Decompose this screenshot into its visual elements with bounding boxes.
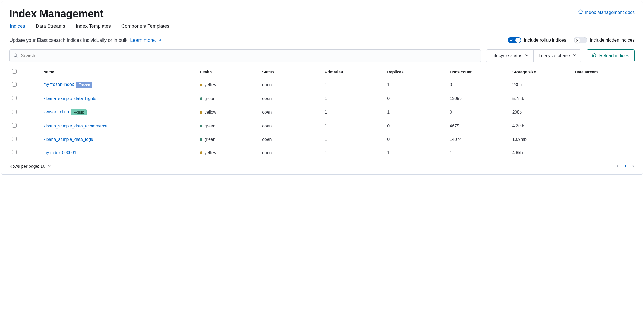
row-checkbox[interactable] (12, 96, 17, 100)
docs-link-label: Index Management docs (585, 10, 635, 15)
reload-indices-button[interactable]: Reload indices (587, 49, 635, 62)
table-row: kibana_sample_data_ecommercegreenopen104… (9, 119, 635, 133)
chevron-down-icon (47, 164, 51, 169)
chevron-down-icon (572, 53, 576, 58)
tab-component-templates[interactable]: Component Templates (121, 23, 170, 33)
table-row: kibana_sample_data_logsgreenopen10140741… (9, 133, 635, 146)
health-dot-icon (200, 138, 202, 141)
subheader: Update your Elasticsearch indices indivi… (9, 37, 635, 43)
tab-index-templates[interactable]: Index Templates (75, 23, 111, 33)
cell-storage-size: 230b (510, 78, 572, 92)
health-dot-icon (200, 84, 202, 86)
filter-lifecycle-phase-label: Lifecycle phase (539, 53, 570, 58)
toggle-rollup-indices[interactable]: Include rollup indices (508, 37, 566, 43)
table-row: my-index-000001yellowopen1114.6kb (9, 146, 635, 159)
index-link[interactable]: sensor_rollup (43, 110, 69, 114)
filter-lifecycle-status[interactable]: Lifecycle status (486, 50, 534, 62)
table-footer: Rows per page: 10 1 (9, 159, 635, 169)
refresh-icon (592, 53, 596, 59)
health-value: green (205, 124, 215, 128)
cell-storage-size: 4.2mb (510, 119, 572, 133)
table-row: sensor_rollupRollupyellowopen110208b (9, 105, 635, 119)
row-checkbox[interactable] (12, 82, 17, 87)
col-header-health[interactable]: Health (197, 66, 260, 78)
col-header-data-stream[interactable]: Data stream (572, 66, 635, 78)
filter-lifecycle-status-label: Lifecycle status (491, 53, 522, 58)
cell-data-stream (572, 105, 635, 119)
pager-next[interactable] (631, 164, 635, 169)
col-header-docs-count[interactable]: Docs count (447, 66, 509, 78)
index-link[interactable]: kibana_sample_data_ecommerce (43, 124, 107, 128)
pagination: 1 (616, 164, 635, 169)
cell-docs-count: 1 (447, 146, 509, 159)
health-value: yellow (205, 150, 216, 155)
col-header-name[interactable]: Name (41, 66, 197, 78)
row-checkbox[interactable] (12, 123, 17, 128)
cell-storage-size: 10.9mb (510, 133, 572, 146)
cell-primaries: 1 (322, 146, 384, 159)
docs-link[interactable]: Index Management docs (578, 9, 635, 15)
health-value: yellow (205, 110, 216, 114)
cell-replicas: 0 (384, 92, 447, 105)
frozen-badge: Frozen (76, 82, 93, 88)
rollup-badge: Rollup (71, 109, 87, 115)
chevron-down-icon (525, 53, 529, 58)
col-header-storage-size[interactable]: Storage size (510, 66, 572, 78)
tab-data-streams[interactable]: Data Streams (35, 23, 66, 33)
rows-per-page-label: Rows per page: 10 (9, 164, 45, 169)
health-dot-icon (200, 125, 202, 127)
cell-storage-size: 5.7mb (510, 92, 572, 105)
pager-prev[interactable] (616, 164, 619, 169)
index-link[interactable]: kibana_sample_data_flights (43, 96, 96, 101)
toggle-hidden-label: Include hidden indices (590, 38, 635, 43)
toggle-rollup-label: Include rollup indices (524, 38, 566, 43)
index-link[interactable]: my-frozen-index (43, 82, 74, 87)
index-link[interactable]: my-index-000001 (43, 150, 76, 155)
tabs: Indices Data Streams Index Templates Com… (9, 23, 635, 33)
toggle-hidden-indices[interactable]: Include hidden indices (574, 37, 635, 43)
search-input[interactable] (21, 53, 477, 58)
col-header-replicas[interactable]: Replicas (384, 66, 447, 78)
cell-data-stream (572, 92, 635, 105)
learn-more-link[interactable]: Learn more. (130, 38, 161, 43)
col-header-status[interactable]: Status (260, 66, 322, 78)
switch-off-icon (574, 37, 587, 43)
learn-more-label: Learn more. (130, 38, 156, 43)
cell-status: open (260, 119, 322, 133)
row-checkbox[interactable] (12, 137, 17, 141)
col-header-primaries[interactable]: Primaries (322, 66, 384, 78)
subheader-text: Update your Elasticsearch indices indivi… (9, 38, 161, 43)
health-dot-icon (200, 151, 202, 154)
index-link[interactable]: kibana_sample_data_logs (43, 137, 93, 142)
cell-storage-size: 4.6kb (510, 146, 572, 159)
cell-status: open (260, 146, 322, 159)
select-all-checkbox[interactable] (12, 69, 17, 74)
cell-data-stream (572, 119, 635, 133)
search-icon (13, 53, 21, 59)
cell-replicas: 0 (384, 119, 447, 133)
cell-data-stream (572, 146, 635, 159)
pager-page-1[interactable]: 1 (623, 164, 627, 169)
svg-point-1 (14, 54, 17, 57)
switch-on-icon (508, 37, 521, 43)
external-link-icon (158, 38, 161, 41)
cell-docs-count: 14074 (447, 133, 509, 146)
tab-indices[interactable]: Indices (9, 23, 26, 33)
cell-status: open (260, 105, 322, 119)
row-checkbox[interactable] (12, 110, 17, 114)
cell-docs-count: 4675 (447, 119, 509, 133)
cell-replicas: 1 (384, 78, 447, 92)
filter-lifecycle-phase[interactable]: Lifecycle phase (534, 50, 581, 62)
rows-per-page-selector[interactable]: Rows per page: 10 (9, 164, 51, 169)
indices-table: Name Health Status Primaries Replicas Do… (9, 66, 635, 159)
cell-replicas: 0 (384, 133, 447, 146)
search-box[interactable] (9, 49, 481, 62)
cell-data-stream (572, 133, 635, 146)
health-value: green (205, 137, 215, 142)
table-row: kibana_sample_data_flightsgreenopen10130… (9, 92, 635, 105)
cell-replicas: 1 (384, 146, 447, 159)
header-row: Index Management Index Management docs (9, 8, 635, 20)
health-value: yellow (205, 82, 216, 87)
row-checkbox[interactable] (12, 150, 17, 154)
controls-row: Lifecycle status Lifecycle phase Reload … (9, 49, 635, 62)
